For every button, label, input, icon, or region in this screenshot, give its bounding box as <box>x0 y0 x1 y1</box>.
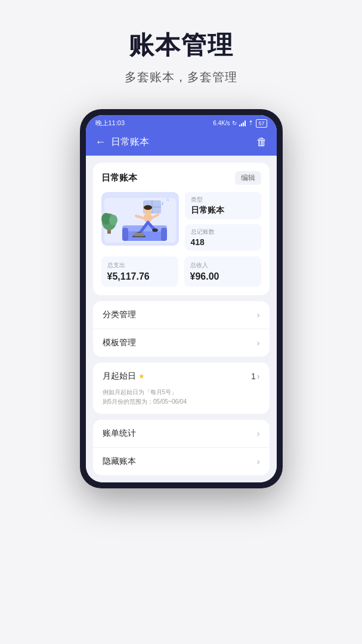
svg-point-15 <box>144 205 152 210</box>
month-card: 月起始日 ★ 1 › 例如月起始日为「每月5号」 则5月份的范围为：05/05~… <box>93 363 270 414</box>
month-desc: 例如月起始日为「每月5号」 则5月份的范围为：05/05~06/04 <box>93 385 270 414</box>
content-area: 日常账本 编辑 <box>86 156 277 482</box>
svg-point-21 <box>152 228 158 232</box>
status-bar: 晚上11:03 6.4K/s ↻ ⇡ 57 <box>86 115 277 131</box>
type-field: 类型 日常账本 <box>185 192 261 219</box>
count-value: 418 <box>191 237 255 247</box>
expense-value: ¥5,117.76 <box>107 271 172 282</box>
svg-text:♫: ♫ <box>166 197 169 202</box>
expense-label: 总支出 <box>107 261 172 270</box>
info-fields: 类型 日常账本 总记账数 418 <box>185 192 261 250</box>
stats-row: 总支出 ¥5,117.76 总收入 ¥96.00 <box>101 256 261 287</box>
header-left: ← 日常账本 <box>95 136 149 148</box>
refresh-icon: ↻ <box>232 120 237 126</box>
phone-wrapper: 晚上11:03 6.4K/s ↻ ⇡ 57 ← 日常账本 🗑 <box>68 103 295 506</box>
status-right: 6.4K/s ↻ ⇡ 57 <box>213 119 267 128</box>
top-section: 账本管理 多套账本，多套管理 <box>113 0 249 103</box>
chevron-right-icon-3: › <box>257 371 260 381</box>
menu-card-1: 分类管理 › 模板管理 › <box>93 301 270 357</box>
info-card-body: ♪ ♫ 类型 日常账本 <box>101 192 261 250</box>
phone-frame: 晚上11:03 6.4K/s ↻ ⇡ 57 ← 日常账本 🗑 <box>80 109 283 488</box>
wifi-icon: ⇡ <box>248 119 253 127</box>
bill-stats-label: 账单统计 <box>103 428 136 439</box>
chevron-right-icon: › <box>257 310 260 320</box>
svg-rect-11 <box>122 228 128 241</box>
menu-card-2: 账单统计 › 隐藏账本 › <box>93 420 270 475</box>
type-value: 日常账本 <box>191 205 255 216</box>
back-button[interactable]: ← <box>95 136 106 148</box>
status-time: 晚上11:03 <box>95 119 125 128</box>
month-desc-line1: 例如月起始日为「每月5号」 <box>103 388 260 397</box>
battery-icon: 57 <box>256 119 267 128</box>
illustration: ♪ ♫ <box>101 192 179 246</box>
header-title: 日常账本 <box>111 136 149 148</box>
svg-rect-12 <box>161 228 167 241</box>
star-icon: ★ <box>138 372 145 380</box>
app-header: ← 日常账本 🗑 <box>86 131 277 156</box>
chevron-right-icon-4: › <box>257 429 260 438</box>
income-value: ¥96.00 <box>190 271 255 282</box>
month-day-value: 1 <box>251 371 256 381</box>
expense-box: 总支出 ¥5,117.76 <box>101 256 178 287</box>
chevron-right-icon-2: › <box>257 338 260 348</box>
category-management-item[interactable]: 分类管理 › <box>93 301 270 329</box>
template-management-label: 模板管理 <box>103 338 136 348</box>
edit-button[interactable]: 编辑 <box>235 171 261 185</box>
month-desc-line2: 则5月份的范围为：05/05~06/04 <box>103 397 260 407</box>
month-label-text: 月起始日 <box>103 371 136 382</box>
hidden-ledger-item[interactable]: 隐藏账本 › <box>93 447 270 475</box>
phone-screen: 晚上11:03 6.4K/s ↻ ⇡ 57 ← 日常账本 🗑 <box>86 115 277 482</box>
count-field: 总记账数 418 <box>185 224 261 250</box>
svg-rect-25 <box>134 233 144 236</box>
info-card-header: 日常账本 编辑 <box>101 171 261 185</box>
count-label: 总记账数 <box>191 228 255 236</box>
bill-stats-item[interactable]: 账单统计 › <box>93 420 270 447</box>
template-management-item[interactable]: 模板管理 › <box>93 329 270 357</box>
delete-button[interactable]: 🗑 <box>256 136 267 148</box>
svg-text:♪: ♪ <box>161 200 164 206</box>
income-box: 总收入 ¥96.00 <box>184 256 261 287</box>
month-value[interactable]: 1 › <box>251 371 259 381</box>
signal-bars-icon <box>239 120 246 126</box>
type-label: 类型 <box>191 196 255 204</box>
info-card-title: 日常账本 <box>101 172 137 184</box>
category-management-label: 分类管理 <box>103 309 136 320</box>
hidden-ledger-label: 隐藏账本 <box>103 456 136 467</box>
chevron-right-icon-5: › <box>257 457 260 466</box>
month-header: 月起始日 ★ 1 › <box>93 363 270 385</box>
income-label: 总收入 <box>190 261 255 270</box>
sub-title: 多套账本，多套管理 <box>125 69 237 85</box>
main-title: 账本管理 <box>125 29 237 62</box>
info-card: 日常账本 编辑 <box>93 163 270 295</box>
month-label: 月起始日 ★ <box>103 371 145 382</box>
svg-point-8 <box>109 215 117 225</box>
network-speed: 6.4K/s <box>213 120 230 126</box>
